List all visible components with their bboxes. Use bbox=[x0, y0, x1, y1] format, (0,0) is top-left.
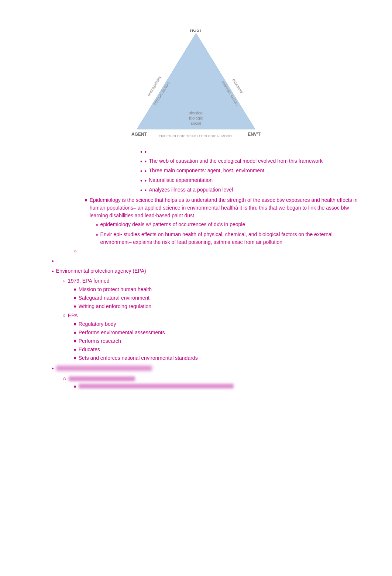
svg-text:biologic: biologic bbox=[189, 116, 203, 120]
list-item-mission: ■ Mission to protect human health bbox=[74, 286, 362, 293]
redacted-sub-content: ○ ■ bbox=[63, 375, 362, 389]
list-item-epi-sub2: • Envir epi- studies effects on human he… bbox=[96, 231, 362, 246]
list-item-sets-enforces: ■ Sets and enforces national environment… bbox=[74, 354, 362, 362]
list-item-web-causation: • The web of causation and the ecologica… bbox=[140, 157, 362, 166]
list-item-analyzes: • Analyzes illness at a population level bbox=[140, 186, 362, 195]
diagram-section: HOST AGENT ENV'T susceptibility intrinsi… bbox=[30, 22, 362, 140]
list-item-writing-enforcing: ■ Writing and enforcing regulation bbox=[74, 303, 362, 310]
page-content: HOST AGENT ENV'T susceptibility intrinsi… bbox=[30, 22, 362, 389]
svg-text:social: social bbox=[191, 121, 201, 125]
list-item-empty-circle: ○ bbox=[74, 248, 362, 255]
svg-text:EPIDEMIOLOGIC TRIAD / ECOLOGIC: EPIDEMIOLOGIC TRIAD / ECOLOGICAL MODEL bbox=[159, 134, 233, 138]
svg-text:HOST: HOST bbox=[190, 30, 202, 33]
list-item-1979: ○ 1979: EPA formed ■ Mission to protect … bbox=[63, 277, 362, 310]
list-item-safeguard: ■ Safeguard natural environment bbox=[74, 294, 362, 302]
list-item-regulatory-body: ■ Regulatory body bbox=[74, 320, 362, 328]
triangle-diagram: HOST AGENT ENV'T susceptibility intrinsi… bbox=[130, 30, 262, 140]
list-item-performs-env-assessments: ■ Performs environmental assessments bbox=[74, 329, 362, 337]
list-item-epa-sub: ○ EPA ■ Regulatory body ■ bbox=[63, 312, 362, 362]
list-item-naturalistic: • Naturalistic experimentation bbox=[140, 176, 362, 185]
svg-text:ENV'T: ENV'T bbox=[248, 132, 261, 137]
list-item-redacted: • ○ ■ bbox=[52, 364, 362, 389]
list-item-educates: ■ Educates bbox=[74, 346, 362, 353]
list-item-epa: • Environmental protection agency (EPA) … bbox=[52, 267, 362, 362]
list-item: • bbox=[140, 148, 362, 156]
svg-text:AGENT: AGENT bbox=[131, 132, 147, 137]
svg-text:exposure: exposure bbox=[231, 78, 244, 94]
list-item-three-components: • Three main components: agent, host, en… bbox=[140, 167, 362, 176]
list-item-epi-sub1: • epidemiology deals w/ patterns of occu… bbox=[96, 221, 362, 230]
svg-text:physical: physical bbox=[189, 111, 203, 115]
main-outline: • • The web of causation and the ecologi… bbox=[30, 148, 362, 389]
list-item-empty-bullet: • bbox=[52, 257, 362, 266]
list-item-performs-research: ■ Performs research bbox=[74, 337, 362, 345]
list-item-epidemiology: ■ Epidemiology is the science that helps… bbox=[85, 196, 362, 246]
